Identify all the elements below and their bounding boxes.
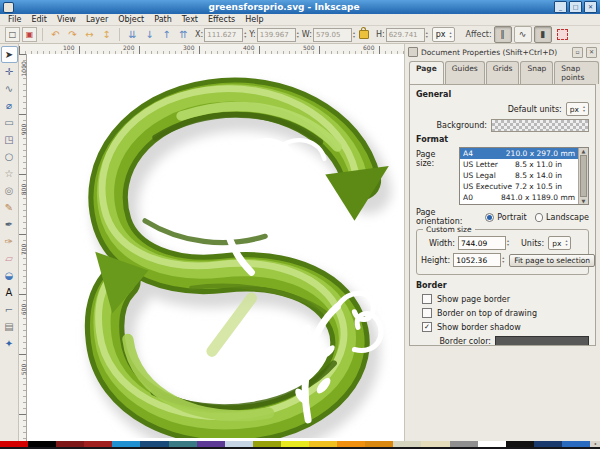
rotate-cw-icon[interactable]: ↷ [65, 27, 80, 42]
menu-edit[interactable]: Edit [26, 14, 52, 26]
select-all-icon[interactable]: □ [5, 27, 20, 42]
pencil-tool[interactable]: ✎ [1, 199, 18, 216]
custom-units-value: px [552, 239, 561, 248]
3dbox-tool[interactable]: ◳ [1, 131, 18, 148]
tweak-tool[interactable]: ∿ [1, 80, 18, 97]
rectangle-tool[interactable]: ▭ [1, 114, 18, 131]
menu-effects[interactable]: Effects [203, 14, 240, 26]
menu-path[interactable]: Path [149, 14, 177, 26]
ellipse-tool[interactable]: ○ [1, 148, 18, 165]
tab-snap[interactable]: Snap [520, 61, 553, 84]
spinner-arrows-icon[interactable] [449, 31, 451, 39]
landscape-radio[interactable] [535, 213, 543, 222]
fit-page-button[interactable]: Fit page to selection [509, 254, 595, 267]
close-button[interactable]: ✕ [584, 1, 597, 13]
page-size-row[interactable]: A4210.0 x 297.0 mm [460, 148, 578, 159]
gradient-tool[interactable]: ▤ [1, 318, 18, 335]
eraser-tool[interactable]: ▱ [1, 250, 18, 267]
panel-close-button[interactable]: ✕ [586, 47, 597, 58]
dropper-tool[interactable]: ✦ [1, 335, 18, 352]
selector-tool[interactable]: ➤ [1, 46, 18, 63]
w-field-label: W: [302, 30, 312, 39]
maximize-button[interactable]: □ [569, 1, 582, 13]
spiral-tool[interactable]: ◎ [1, 182, 18, 199]
checkbox-show-border-shadow[interactable] [422, 322, 432, 332]
checkbox-label: Show border shadow [437, 323, 521, 332]
app-icon [3, 2, 14, 13]
height-input[interactable] [453, 253, 501, 267]
menu-help[interactable]: Help [240, 14, 268, 26]
lock-ratio-icon[interactable] [359, 30, 369, 39]
artwork-letter-s [49, 56, 399, 438]
page-size-row[interactable]: US Legal8.5 x 14.0 in [460, 170, 578, 181]
spinner-arrows-icon[interactable] [565, 239, 567, 247]
page-size-scrollbar[interactable] [578, 148, 588, 204]
units-dropdown[interactable]: px [432, 27, 456, 42]
spinner-arrows-icon[interactable] [502, 256, 504, 264]
spinner-arrows-icon[interactable] [244, 31, 246, 39]
raise-to-top-icon[interactable]: ⇈ [176, 27, 191, 42]
x-field[interactable]: 111.627 [204, 28, 243, 42]
flip-horizontal-icon[interactable]: ↔ [82, 27, 97, 42]
paint-bucket-tool[interactable]: ◒ [1, 267, 18, 284]
menu-view[interactable]: View [52, 14, 81, 26]
menu-object[interactable]: Object [113, 14, 149, 26]
minimize-button[interactable]: _ [554, 1, 567, 13]
node-tool[interactable]: ✛ [1, 63, 18, 80]
custom-units-dropdown[interactable]: px [548, 236, 571, 250]
page-size-list[interactable]: A4210.0 x 297.0 mmUS Letter8.5 x 11.0 in… [459, 147, 589, 205]
calligraphy-tool[interactable]: ✑ [1, 233, 18, 250]
checkbox-label: Border on top of drawing [437, 309, 537, 318]
panel-collapse-button[interactable]: ▫ [572, 47, 583, 58]
lower-to-bottom-icon[interactable]: ⇊ [125, 27, 140, 42]
title-bar: greensforsprio.svg - Inkscape _□✕ [0, 0, 600, 14]
zoom-drawing-icon[interactable]: ▣ [22, 27, 37, 42]
canvas[interactable] [27, 54, 404, 441]
tab-snap-points[interactable]: Snap points [554, 61, 599, 84]
page-size-name: US Letter [463, 159, 515, 170]
connector-tool[interactable]: ⌐ [1, 301, 18, 318]
menu-text[interactable]: Text [177, 14, 203, 26]
flip-vertical-icon[interactable]: ↕ [99, 27, 114, 42]
w-field[interactable]: 579.05 [313, 28, 352, 42]
star-tool[interactable]: ☆ [1, 165, 18, 182]
text-tool[interactable]: A [1, 284, 18, 301]
units-label: Units: [521, 239, 544, 248]
hruler-label: 600 [363, 44, 374, 51]
h-field[interactable]: 629.741 [386, 28, 425, 42]
border-color-swatch[interactable] [495, 336, 589, 346]
portrait-radio[interactable] [485, 213, 494, 222]
raise-icon[interactable]: ↑ [159, 27, 174, 42]
default-units-dropdown[interactable]: px [566, 102, 589, 116]
window-title: greensforsprio.svg - Inkscape [14, 0, 554, 14]
tab-guides[interactable]: Guides [445, 61, 485, 84]
affect-corners-toggle[interactable]: ∿ [514, 26, 532, 43]
y-field[interactable]: 139.967 [257, 28, 296, 42]
spinner-arrows-icon[interactable] [297, 31, 299, 39]
tab-page[interactable]: Page [409, 61, 444, 84]
page-size-row[interactable]: US Letter8.5 x 11.0 in [460, 159, 578, 170]
background-color-swatch[interactable] [491, 119, 589, 132]
affect-stroke-toggle[interactable]: ∥ [494, 26, 512, 43]
vertical-ruler[interactable]: 1000900800700600500 [19, 54, 27, 441]
zoom-tool[interactable]: ⌀ [1, 97, 18, 114]
tab-grids[interactable]: Grids [486, 61, 520, 84]
menu-layer[interactable]: Layer [81, 14, 113, 26]
pen-tool[interactable]: ✒ [1, 216, 18, 233]
affect-gradient-toggle[interactable]: ▮ [534, 26, 552, 43]
checkbox-show-page-border[interactable] [422, 294, 432, 304]
spinner-arrows-icon[interactable] [426, 31, 428, 39]
affect-pattern-toggle[interactable] [557, 29, 568, 40]
page-size-row[interactable]: US Executive7.2 x 10.5 in [460, 181, 578, 192]
scrollbar-thumb[interactable] [580, 155, 587, 197]
width-input[interactable] [458, 236, 506, 250]
page-size-row[interactable]: A0841.0 x 1189.0 mm [460, 192, 578, 203]
menu-file[interactable]: File [3, 14, 26, 26]
spinner-arrows-icon[interactable] [353, 31, 355, 39]
spinner-arrows-icon[interactable] [583, 105, 585, 113]
lower-icon[interactable]: ↓ [142, 27, 157, 42]
spinner-arrows-icon[interactable] [507, 239, 509, 247]
panel-header: Document Properties (Shift+Ctrl+D) ▫ ✕ [405, 44, 600, 59]
checkbox-border-on-top-of-drawing[interactable] [422, 308, 432, 318]
rotate-ccw-icon[interactable]: ↶ [48, 27, 63, 42]
